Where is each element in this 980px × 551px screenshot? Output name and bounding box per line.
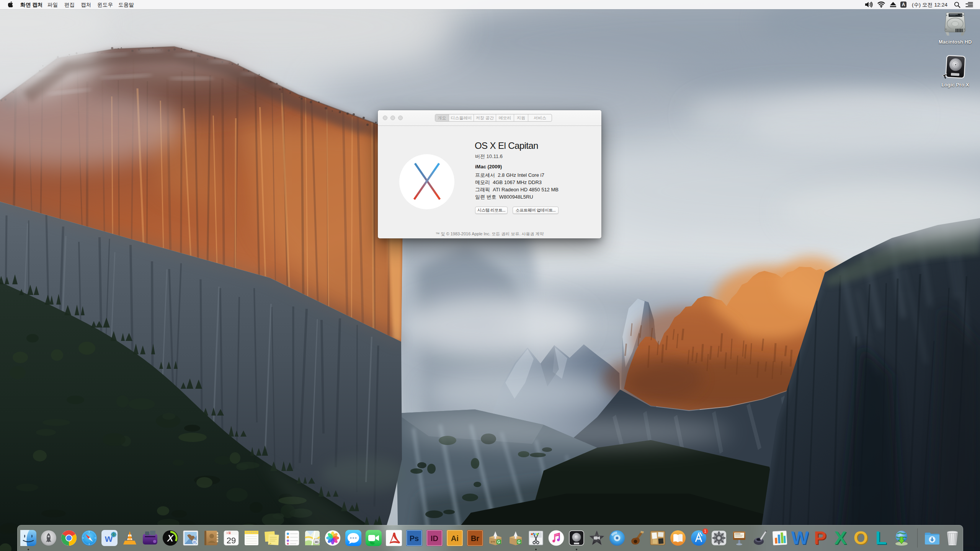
svg-text:O: O bbox=[854, 529, 868, 547]
svg-text:X: X bbox=[834, 529, 846, 547]
svg-text:Br: Br bbox=[471, 534, 479, 543]
svg-text:Ps: Ps bbox=[409, 534, 418, 543]
svg-text:@: @ bbox=[193, 540, 196, 544]
svg-text:SITX: SITX bbox=[491, 541, 495, 543]
svg-text:1월: 1월 bbox=[226, 531, 231, 535]
svg-text:ID: ID bbox=[431, 534, 438, 543]
svg-text:L: L bbox=[875, 529, 887, 547]
svg-text:G: G bbox=[497, 540, 500, 544]
svg-text:3D: 3D bbox=[315, 540, 318, 544]
svg-text:X: X bbox=[167, 533, 174, 543]
svg-text:29: 29 bbox=[227, 536, 236, 545]
svg-text:P: P bbox=[814, 529, 826, 547]
svg-text:Ai: Ai bbox=[451, 534, 459, 543]
svg-text:W: W bbox=[791, 529, 809, 547]
svg-text:G: G bbox=[518, 540, 521, 544]
